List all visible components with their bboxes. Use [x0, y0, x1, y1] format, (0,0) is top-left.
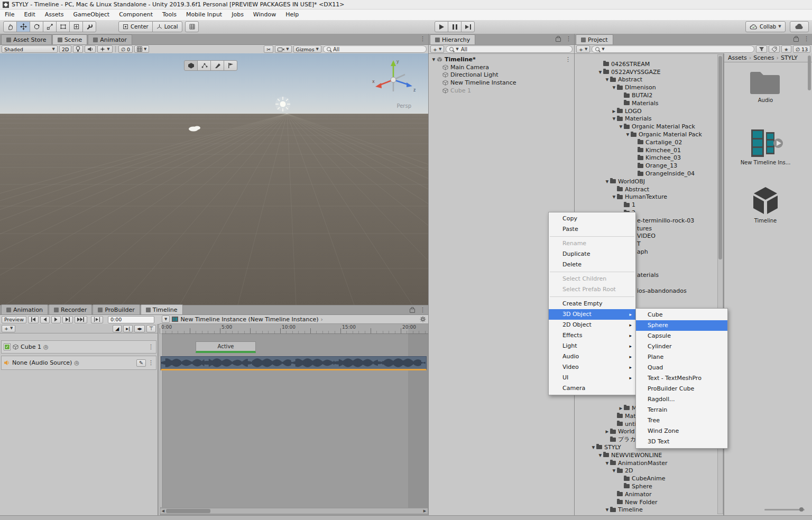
grid-snap-button[interactable] — [185, 21, 199, 32]
foldout-arrow-icon[interactable]: ▼ — [611, 85, 617, 90]
context-menu-item-duplicate[interactable]: Duplicate — [549, 249, 635, 259]
project-tree-item-kimchee-01[interactable]: Kimchee_01 — [575, 146, 723, 154]
panel-menu-icon[interactable]: ⋮ — [420, 36, 426, 42]
panel-menu-icon[interactable]: ⋮ — [420, 307, 426, 313]
menu-help[interactable]: Help — [281, 10, 303, 20]
scroll-left-icon[interactable]: ◀ — [160, 509, 166, 513]
add-track-button[interactable]: +▼ — [2, 325, 15, 332]
scrollbar-thumb[interactable] — [166, 509, 210, 513]
project-tree-item-butai2[interactable]: BUTAI2 — [575, 91, 723, 99]
hierarchy-item-new-timeline-instance[interactable]: New Timeline Instance — [429, 79, 574, 87]
track-menu-icon[interactable]: ⋮ — [148, 360, 154, 366]
submenu-item-plane[interactable]: Plane — [636, 352, 727, 363]
project-tree-item-sphere[interactable]: Sphere — [575, 482, 723, 490]
context-menu-item-light[interactable]: Light▸ — [549, 341, 635, 351]
audio-clip[interactable] — [161, 356, 427, 370]
timeline-tab-timeline[interactable]: Timeline — [141, 304, 183, 314]
next-frame-button[interactable] — [62, 316, 73, 323]
tab-hierarchy[interactable]: Hierarchy — [430, 34, 475, 44]
project-tree-item-orange-13[interactable]: Orange_13 — [575, 162, 723, 170]
context-menu-item-delete[interactable]: Delete — [549, 259, 635, 270]
context-menu-item-create-empty[interactable]: Create Empty — [549, 299, 635, 309]
submenu-item-tree[interactable]: Tree — [636, 415, 727, 426]
submenu-item-sphere[interactable]: Sphere — [636, 320, 727, 331]
menu-assets[interactable]: Assets — [40, 10, 69, 20]
submenu-item-text-textmeshpro[interactable]: Text - TextMeshPro — [636, 373, 727, 384]
timeline-tab-animation[interactable]: Animation — [1, 304, 48, 314]
submenu-item-terrain[interactable]: Terrain — [636, 405, 727, 415]
timeline-ruler[interactable]: 0:005:0010:0015:0020:00 — [160, 324, 428, 334]
playhead[interactable] — [161, 324, 161, 507]
grid-visibility-dropdown[interactable]: ▼ — [134, 45, 149, 53]
hand-tool-button[interactable] — [3, 21, 17, 32]
camera-settings-dropdown[interactable]: ▼ — [275, 45, 291, 53]
rect-tool-button[interactable] — [56, 21, 70, 32]
clip-edit-mode-button[interactable]: ▸| — [123, 325, 133, 332]
search-by-label-button[interactable] — [769, 45, 780, 53]
context-menu-item-video[interactable]: Video▸ — [549, 362, 635, 373]
timeline-selector-dropdown[interactable]: ▼ — [162, 315, 170, 323]
breadcrumb-scenes[interactable]: Scenes — [753, 54, 774, 61]
timeline-tab-probuilder[interactable]: ProBuilder — [93, 304, 140, 314]
track-header-cube1[interactable]: ✓ Cube 1 ◎ ⋮ — [1, 340, 156, 354]
goto-end-button[interactable] — [75, 316, 87, 323]
track-mute-checkbox[interactable]: ✓ — [4, 343, 11, 350]
hidden-objects-button[interactable]: ∅0 — [118, 45, 133, 53]
project-tree-item-dimenison[interactable]: ▼DImenison — [575, 83, 723, 91]
context-menu-item-audio[interactable]: Audio▸ — [549, 351, 635, 362]
marker-track-toggle-button[interactable]: ⊤ — [146, 325, 156, 332]
project-tree-item-abstract[interactable]: ▼Abstract — [575, 76, 723, 84]
context-menu-item-ui[interactable]: UI▸ — [549, 373, 635, 383]
project-tree-item-0426stream[interactable]: 0426STREAM — [575, 60, 723, 68]
preview-toggle-button[interactable]: Preview — [2, 316, 26, 323]
menu-window[interactable]: Window — [248, 10, 281, 20]
menu-mobile-input[interactable]: Mobile Input — [181, 10, 227, 20]
asset-item-audio[interactable]: Audio — [724, 69, 807, 103]
foldout-arrow-icon[interactable]: ▼ — [604, 507, 610, 512]
foldout-arrow-icon[interactable]: ▼ — [611, 194, 617, 199]
context-menu-item-copy[interactable]: Copy — [549, 213, 635, 224]
submenu-item-quad[interactable]: Quad — [636, 363, 727, 373]
effects-dropdown[interactable]: ▼ — [97, 45, 112, 53]
submenu-item-wind-zone[interactable]: Wind Zone — [636, 426, 727, 437]
curves-view-button[interactable]: ◢ — [113, 325, 122, 332]
project-tree-item-organic-material-pack[interactable]: ▼Organic Material Pack — [575, 131, 723, 138]
project-tree-item-0522avyssgaze[interactable]: ▼0522AVYSSGAZE — [575, 68, 723, 76]
play-button[interactable] — [435, 21, 448, 32]
asset-item-new-timeline-ins[interactable]: New Timeline Ins... — [724, 128, 807, 165]
foldout-arrow-icon[interactable]: ▼ — [604, 77, 610, 82]
context-menu-item-effects[interactable]: Effects▸ — [549, 330, 635, 341]
submenu-item-3d-text[interactable]: 3D Text — [636, 437, 727, 447]
menu-file[interactable]: File — [0, 10, 19, 20]
foldout-arrow-icon[interactable]: ▼ — [431, 57, 437, 62]
pivot-toggle-button[interactable]: Center — [118, 21, 153, 32]
foldout-arrow-icon[interactable]: ▼ — [611, 468, 617, 473]
lock-icon[interactable] — [556, 38, 561, 42]
tab-project[interactable]: Project — [576, 34, 613, 44]
pause-button[interactable] — [448, 21, 462, 32]
activation-clip[interactable]: Active — [196, 341, 256, 353]
foldout-arrow-icon[interactable]: ▶ — [611, 109, 617, 114]
scene-search-input[interactable]: All — [323, 45, 427, 53]
rotate-tool-button[interactable] — [30, 21, 43, 32]
hierarchy-search-input[interactable]: ▼ All — [446, 45, 573, 53]
submenu-item-cube[interactable]: Cube — [636, 310, 727, 320]
step-button[interactable] — [461, 21, 475, 32]
hierarchy-item-directional-light[interactable]: Directional Light — [429, 71, 574, 79]
foldout-arrow-icon[interactable]: ▶ — [618, 406, 624, 411]
project-tree-item-organic-material-pack[interactable]: ▼Organic Material Pack — [575, 123, 723, 131]
hierarchy-item-cube-1[interactable]: Cube 1 — [429, 87, 574, 95]
scrollbar-thumb[interactable] — [718, 56, 722, 259]
2d-toggle-button[interactable]: 2D — [59, 45, 71, 53]
timeline-play-button[interactable] — [51, 316, 61, 323]
menu-edit[interactable]: Edit — [19, 10, 40, 20]
shape-tool-button[interactable] — [184, 60, 198, 71]
foldout-arrow-icon[interactable]: ▼ — [604, 179, 610, 184]
project-tree-item-logo[interactable]: ▶LOGO — [575, 107, 723, 115]
orientation-gizmo[interactable]: y x z — [369, 57, 418, 103]
context-menu-item-2d-object[interactable]: 2D Object▸ — [549, 320, 635, 330]
scale-tool-button[interactable] — [43, 21, 57, 32]
track-header-audio[interactable]: None (Audio Source) ◎ ✎ ⋮ — [1, 356, 156, 370]
audio-toggle-button[interactable] — [85, 45, 96, 53]
project-tree-item-animator[interactable]: Animator — [575, 490, 723, 498]
